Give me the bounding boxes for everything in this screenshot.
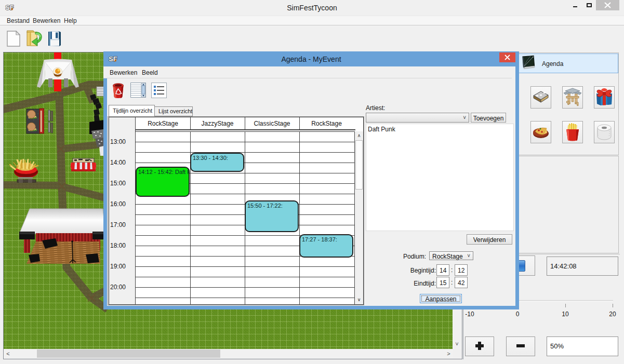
svg-text:SF: SF	[5, 4, 14, 11]
